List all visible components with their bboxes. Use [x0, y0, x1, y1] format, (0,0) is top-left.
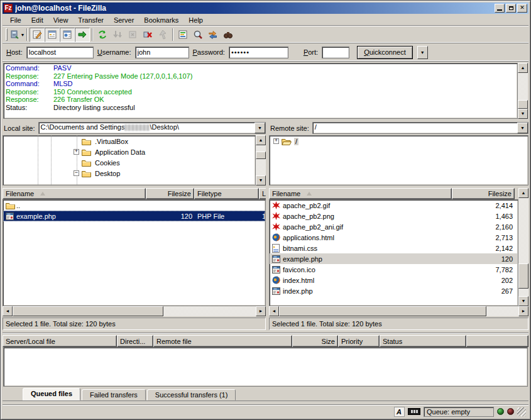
scroll-down-icon[interactable]: ▼ — [256, 175, 266, 185]
tree-item[interactable]: +/ — [270, 136, 528, 146]
host-input[interactable] — [26, 47, 94, 58]
username-input[interactable] — [135, 47, 189, 58]
toolbar-grip[interactable] — [6, 28, 8, 41]
scroll-left-icon[interactable]: ◄ — [269, 306, 279, 316]
file-row[interactable]: apache_pb2.gif2,414 — [270, 200, 518, 211]
remote-list-scrollbar[interactable]: ▲ ▼ — [518, 188, 528, 306]
column-header-Filetype[interactable]: Filetype — [194, 188, 259, 199]
scroll-thumb[interactable] — [518, 263, 528, 289]
scroll-thumb[interactable] — [13, 306, 163, 316]
local-site-dropdown-icon[interactable]: ▼ — [255, 123, 265, 133]
remote-site-combo[interactable]: / ▼ — [312, 122, 528, 134]
disconnect-button[interactable] — [140, 28, 155, 42]
file-row[interactable]: index.html202 — [270, 275, 518, 285]
file-row[interactable]: favicon.ico7,782 — [270, 264, 518, 275]
file-row[interactable]: example.php120PHP File1 — [3, 211, 265, 221]
tree-item[interactable]: .VirtualBox — [3, 136, 255, 146]
resize-grip[interactable] — [517, 407, 526, 416]
toggle-message-log-button[interactable] — [30, 28, 45, 42]
cancel-operation-button[interactable] — [125, 28, 140, 42]
local-file-list[interactable]: ..example.php120PHP File1 — [3, 199, 266, 306]
file-row[interactable]: apache_pb2.png1,463 — [270, 211, 518, 221]
remote-horizontal-scrollbar[interactable]: ◄ ► — [269, 306, 528, 316]
column-header-Filesize[interactable]: Filesize — [146, 188, 194, 199]
local-tree-scrollbar[interactable]: ▲ ▼ — [256, 135, 266, 185]
directory-comparison-button[interactable] — [190, 28, 205, 42]
scroll-thumb[interactable] — [256, 152, 266, 159]
scroll-up-icon[interactable]: ▲ — [256, 135, 266, 145]
queue-column-Directi...[interactable]: Directi... — [117, 335, 153, 347]
column-header-Filesize[interactable]: Filesize — [452, 188, 515, 199]
queue-column-Size[interactable]: Size — [292, 335, 338, 347]
remote-site-dropdown-icon[interactable]: ▼ — [517, 123, 528, 133]
cancel-icon — [128, 30, 138, 40]
password-input[interactable] — [229, 47, 288, 58]
maximize-button[interactable] — [506, 4, 516, 13]
queue-column-spacer[interactable] — [466, 335, 528, 347]
queue-column-Server/Local file[interactable]: Server/Local file — [3, 335, 117, 347]
file-row[interactable]: .. — [3, 200, 265, 211]
minimize-button[interactable] — [495, 4, 505, 13]
queue-column-Status[interactable]: Status — [380, 335, 466, 347]
file-row[interactable]: bitnami.css2,142 — [270, 243, 518, 253]
scroll-up-icon[interactable]: ▲ — [518, 63, 528, 73]
tree-item[interactable]: Cookies — [3, 157, 255, 168]
port-input[interactable] — [322, 47, 349, 58]
site-manager-button[interactable]: ▼ — [9, 28, 25, 42]
site-manager-dropdown-icon[interactable]: ▼ — [21, 33, 25, 37]
tree-expander-icon[interactable]: − — [74, 170, 79, 176]
file-row[interactable]: applications.html2,713 — [270, 232, 518, 243]
quickconnect-dropdown-icon[interactable]: ▼ — [417, 46, 428, 59]
refresh-button[interactable] — [95, 28, 110, 42]
local-site-combo[interactable]: C:\Documents and Settings\Desktop\ ▼ — [38, 122, 266, 134]
column-header-Filename[interactable]: Filename — [3, 188, 146, 199]
message-log-scrollbar[interactable]: ▲ ▼ — [518, 63, 528, 119]
quickconnect-button[interactable]: Quickconnect — [357, 46, 413, 59]
menu-server[interactable]: Server — [109, 15, 139, 25]
queue-tab[interactable]: Successful transfers (1) — [147, 389, 236, 401]
process-queue-button[interactable] — [110, 28, 125, 42]
toggle-remote-tree-button[interactable] — [60, 28, 75, 42]
queue-column-Remote file[interactable]: Remote file — [153, 335, 292, 347]
local-directory-tree[interactable]: .VirtualBox+Application DataCookies−Desk… — [3, 135, 256, 185]
menu-help[interactable]: Help — [183, 15, 208, 25]
scroll-left-icon[interactable]: ◄ — [3, 306, 13, 316]
menu-transfer[interactable]: Transfer — [73, 15, 109, 25]
menu-bookmarks[interactable]: Bookmarks — [139, 15, 183, 25]
scroll-down-icon[interactable]: ▼ — [518, 109, 528, 119]
queue-column-Priority[interactable]: Priority — [338, 335, 380, 347]
remote-file-list[interactable]: apache_pb2.gif2,414apache_pb2.png1,463ap… — [269, 199, 518, 306]
column-header-L[interactable]: L — [259, 188, 266, 199]
directory-filters-button[interactable] — [175, 28, 190, 42]
tree-expander-icon[interactable]: + — [273, 138, 279, 144]
tree-expander-icon[interactable]: + — [74, 149, 79, 155]
scroll-right-icon[interactable]: ► — [518, 306, 528, 316]
file-row[interactable]: index.php267 — [270, 285, 518, 296]
menu-edit[interactable]: Edit — [26, 15, 48, 25]
title-bar[interactable]: Fz john@localhost - FileZilla ✕ — [3, 3, 528, 14]
file-row[interactable]: example.php120 — [270, 253, 518, 264]
local-horizontal-scrollbar[interactable]: ◄ ► — [3, 306, 266, 316]
scroll-up-icon[interactable]: ▲ — [518, 188, 528, 198]
scroll-down-icon[interactable]: ▼ — [518, 296, 528, 306]
message-log[interactable]: Command:PASVResponse:227 Entering Passiv… — [3, 63, 518, 119]
menu-file[interactable]: File — [5, 15, 26, 25]
queue-list[interactable] — [3, 347, 528, 387]
column-header-Filename[interactable]: Filename — [269, 188, 452, 199]
scroll-thumb[interactable] — [279, 306, 486, 316]
toggle-local-tree-button[interactable] — [45, 28, 60, 42]
queue-tab[interactable]: Queued files — [23, 388, 80, 401]
find-files-button[interactable] — [221, 28, 236, 42]
synchronized-browsing-button[interactable] — [205, 28, 221, 42]
menu-view[interactable]: View — [48, 15, 74, 25]
queue-tab[interactable]: Failed transfers — [82, 389, 146, 401]
scroll-right-icon[interactable]: ► — [256, 306, 266, 316]
tree-item[interactable]: +Application Data — [3, 146, 255, 157]
scroll-thumb[interactable] — [518, 100, 528, 109]
file-row[interactable]: apache_pb2_ani.gif2,160 — [270, 221, 518, 232]
tree-item[interactable]: −Desktop — [3, 168, 255, 179]
close-button[interactable]: ✕ — [517, 4, 527, 13]
reconnect-button[interactable] — [155, 28, 170, 42]
remote-directory-tree[interactable]: +/ — [269, 135, 528, 185]
toggle-transfer-queue-button[interactable] — [75, 28, 90, 42]
